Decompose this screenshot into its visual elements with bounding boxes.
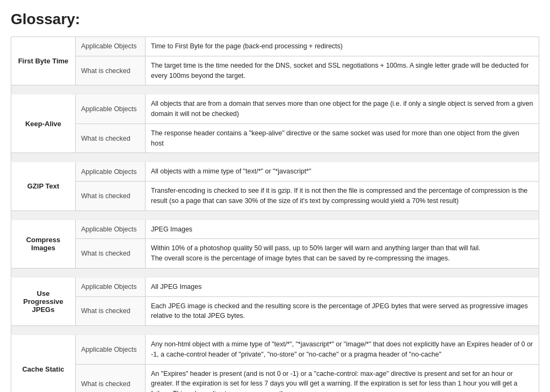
glossary-table: First Byte TimeApplicable ObjectsTime to… <box>11 37 539 392</box>
term-cell: Cache Static <box>11 335 76 393</box>
desc-cell: The response header contains a "keep-ali… <box>146 124 539 153</box>
desc-cell: The target time is the time needed for t… <box>146 56 539 85</box>
term-cell: Keep-Alive <box>11 95 76 153</box>
page-title: Glossary: <box>11 11 539 28</box>
table-row: What is checkedEach JPEG image is checke… <box>11 296 539 326</box>
table-row: Cache StaticApplicable ObjectsAny non-ht… <box>11 335 539 365</box>
label-cell: Applicable Objects <box>76 277 146 296</box>
desc-cell: Transfer-encoding is checked to see if i… <box>146 182 539 211</box>
desc-cell: All JPEG Images <box>146 277 539 296</box>
desc-cell: Time to First Byte for the page (back-en… <box>146 37 539 56</box>
table-row: What is checkedWithin 10% of a photoshop… <box>11 239 539 268</box>
term-cell: First Byte Time <box>11 37 76 85</box>
label-cell: What is checked <box>76 296 146 326</box>
label-cell: Applicable Objects <box>76 162 146 182</box>
desc-cell: Any non-html object with a mime type of … <box>146 335 539 365</box>
desc-cell: JPEG Images <box>146 220 539 239</box>
term-cell: GZIP Text <box>11 162 76 210</box>
table-row: Use Progressive JPEGsApplicable ObjectsA… <box>11 277 539 296</box>
table-row: What is checkedAn "Expires" header is pr… <box>11 364 539 392</box>
term-cell: Compress Images <box>11 220 76 268</box>
desc-cell: All objects that are from a domain that … <box>146 95 539 124</box>
label-cell: What is checked <box>76 56 146 85</box>
label-cell: Applicable Objects <box>76 335 146 365</box>
label-cell: What is checked <box>76 124 146 153</box>
label-cell: Applicable Objects <box>76 220 146 239</box>
desc-cell: Each JPEG image is checked and the resul… <box>146 296 539 326</box>
table-row: What is checkedThe target time is the ti… <box>11 56 539 85</box>
label-cell: What is checked <box>76 182 146 211</box>
desc-cell: All objects with a mime type of "text/*"… <box>146 162 539 182</box>
table-row: What is checkedThe response header conta… <box>11 124 539 153</box>
label-cell: What is checked <box>76 239 146 268</box>
label-cell: Applicable Objects <box>76 37 146 56</box>
label-cell: What is checked <box>76 364 146 392</box>
table-row: Keep-AliveApplicable ObjectsAll objects … <box>11 95 539 124</box>
term-cell: Use Progressive JPEGs <box>11 277 76 325</box>
table-row: Compress ImagesApplicable ObjectsJPEG Im… <box>11 220 539 239</box>
desc-cell: Within 10% of a photoshop quality 50 wil… <box>146 239 539 268</box>
table-row: What is checkedTransfer-encoding is chec… <box>11 182 539 211</box>
table-row: GZIP TextApplicable ObjectsAll objects w… <box>11 162 539 182</box>
desc-cell: An "Expires" header is present (and is n… <box>146 364 539 392</box>
table-row: First Byte TimeApplicable ObjectsTime to… <box>11 37 539 56</box>
label-cell: Applicable Objects <box>76 95 146 124</box>
